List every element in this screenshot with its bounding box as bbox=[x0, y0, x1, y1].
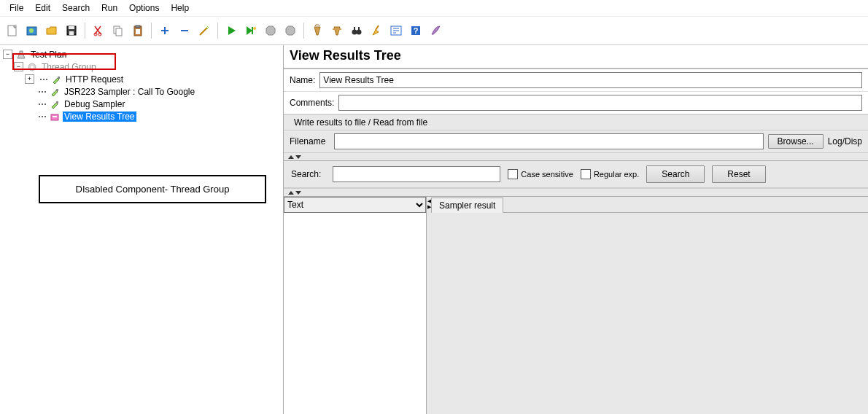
help-icon[interactable]: ? bbox=[407, 22, 425, 39]
comments-row: Comments: bbox=[284, 92, 868, 114]
menu-help[interactable]: Help bbox=[165, 1, 195, 15]
menu-search[interactable]: Search bbox=[56, 1, 96, 15]
checkbox-icon bbox=[508, 169, 518, 179]
menu-options[interactable]: Options bbox=[123, 1, 165, 15]
clear-icon[interactable] bbox=[309, 22, 326, 39]
file-section-header: Write results to file / Read from file bbox=[284, 114, 868, 130]
gear-icon bbox=[26, 61, 38, 73]
tree-blank bbox=[25, 100, 33, 108]
tree-node-test-plan[interactable]: − Test Plan bbox=[3, 48, 283, 60]
binoculars-icon[interactable] bbox=[348, 22, 365, 39]
tree-node-http-request[interactable]: + ⋯ HTTP Request bbox=[3, 73, 283, 85]
name-input[interactable] bbox=[319, 72, 862, 88]
filename-input[interactable] bbox=[334, 133, 763, 149]
feather-icon[interactable] bbox=[427, 22, 444, 39]
tree-connector: ⋯ bbox=[36, 99, 49, 109]
function-helper-icon[interactable] bbox=[387, 22, 405, 39]
stop-icon[interactable] bbox=[262, 22, 279, 39]
tree-connector: ⋯ bbox=[36, 112, 49, 122]
start-no-pause-icon[interactable] bbox=[242, 22, 260, 39]
svg-rect-16 bbox=[333, 28, 341, 30]
paste-icon[interactable] bbox=[129, 22, 147, 39]
new-file-icon[interactable] bbox=[4, 22, 21, 39]
regular-exp-checkbox[interactable]: Regular exp. bbox=[581, 169, 639, 179]
svg-rect-9 bbox=[116, 28, 122, 36]
pager-icon bbox=[49, 111, 61, 122]
plus-icon[interactable] bbox=[156, 22, 174, 39]
menu-file[interactable]: File bbox=[4, 1, 29, 15]
open-icon[interactable] bbox=[43, 22, 61, 39]
svg-rect-30 bbox=[53, 116, 57, 117]
tree-node-thread-group[interactable]: − Thread Group bbox=[3, 60, 283, 73]
comments-input[interactable] bbox=[338, 95, 862, 111]
svg-rect-27 bbox=[56, 89, 58, 91]
section-collapse-bar[interactable] bbox=[284, 152, 868, 161]
svg-rect-5 bbox=[69, 31, 74, 35]
start-icon[interactable] bbox=[222, 22, 240, 39]
results-tree-body[interactable] bbox=[284, 213, 426, 414]
svg-text:?: ? bbox=[414, 26, 419, 35]
flask-icon bbox=[15, 49, 27, 60]
tree-blank bbox=[25, 87, 33, 95]
tree-pane: − Test Plan − Thread Group + ⋯ HTTP Requ… bbox=[0, 45, 284, 414]
templates-icon[interactable] bbox=[23, 22, 41, 39]
triangle-down-icon bbox=[295, 155, 301, 159]
shutdown-icon[interactable] bbox=[282, 22, 299, 39]
search-input[interactable] bbox=[333, 166, 500, 182]
broom-icon[interactable] bbox=[368, 22, 385, 39]
name-row: Name: bbox=[284, 69, 868, 92]
svg-point-2 bbox=[29, 28, 34, 33]
tab-sampler-result[interactable]: Sampler result bbox=[431, 198, 503, 213]
svg-rect-26 bbox=[58, 77, 60, 79]
menu-run[interactable]: Run bbox=[96, 1, 123, 15]
svg-rect-19 bbox=[354, 27, 355, 30]
tree-label: HTTP Request bbox=[64, 74, 125, 85]
tree-blank bbox=[25, 112, 33, 120]
result-tabs: Sampler result bbox=[431, 197, 868, 213]
svg-marker-14 bbox=[266, 26, 275, 35]
annotation-text: DIsabled Component- Thread Group bbox=[76, 184, 230, 195]
pipette-icon bbox=[49, 98, 61, 110]
search-row: Search: Case sensitive Regular exp. Sear… bbox=[284, 161, 868, 188]
clear-all-icon[interactable] bbox=[328, 22, 346, 39]
tree-node-debug-sampler[interactable]: ⋯ Debug Sampler bbox=[3, 98, 283, 110]
collapse-icon[interactable]: − bbox=[3, 50, 12, 59]
svg-point-25 bbox=[31, 66, 34, 69]
reset-button[interactable]: Reset bbox=[712, 165, 765, 183]
tree-label: Thread Group bbox=[40, 62, 98, 72]
tree-label: JSR223 Sampler : Call To Google bbox=[63, 87, 196, 97]
tree-label: Test Plan bbox=[29, 50, 68, 60]
comments-label: Comments: bbox=[290, 98, 338, 108]
wand-icon[interactable] bbox=[195, 22, 213, 39]
minus-icon[interactable] bbox=[176, 22, 193, 39]
menu-edit[interactable]: Edit bbox=[29, 1, 56, 15]
expand-icon[interactable]: + bbox=[25, 74, 34, 84]
save-icon[interactable] bbox=[63, 22, 80, 39]
svg-rect-4 bbox=[69, 26, 74, 29]
view-selector[interactable]: Text bbox=[284, 197, 426, 213]
log-display-label: Log/Disp bbox=[828, 136, 862, 147]
tree-node-view-results-tree[interactable]: ⋯ View Results Tree bbox=[3, 110, 283, 122]
triangle-up-icon bbox=[288, 155, 294, 159]
results-split: Text ◀▶ Sampler result bbox=[284, 197, 868, 414]
search-button[interactable]: Search bbox=[646, 165, 705, 183]
app-window: File Edit Search Run Options Help ? bbox=[0, 0, 868, 414]
copy-icon[interactable] bbox=[109, 22, 127, 39]
pipette-icon bbox=[50, 74, 62, 85]
browse-button[interactable]: Browse... bbox=[768, 134, 824, 149]
toolbar-sep bbox=[85, 23, 85, 39]
tree-node-jsr223-sampler[interactable]: ⋯ JSR223 Sampler : Call To Google bbox=[3, 85, 283, 98]
tree-connector: ⋯ bbox=[36, 87, 49, 97]
name-label: Name: bbox=[290, 75, 319, 85]
result-body bbox=[431, 213, 868, 414]
results-tree-column: Text bbox=[284, 197, 427, 414]
checkbox-icon bbox=[581, 169, 591, 179]
pipette-icon bbox=[49, 86, 61, 98]
case-sensitive-checkbox[interactable]: Case sensitive bbox=[508, 169, 573, 179]
tree-label: View Results Tree bbox=[63, 112, 136, 122]
collapse-icon[interactable]: − bbox=[14, 62, 23, 71]
panel-title: View Results Tree bbox=[284, 45, 868, 69]
toolbar-sep bbox=[217, 23, 218, 39]
section-collapse-bar-2[interactable] bbox=[284, 188, 868, 197]
cut-icon[interactable] bbox=[90, 22, 107, 39]
